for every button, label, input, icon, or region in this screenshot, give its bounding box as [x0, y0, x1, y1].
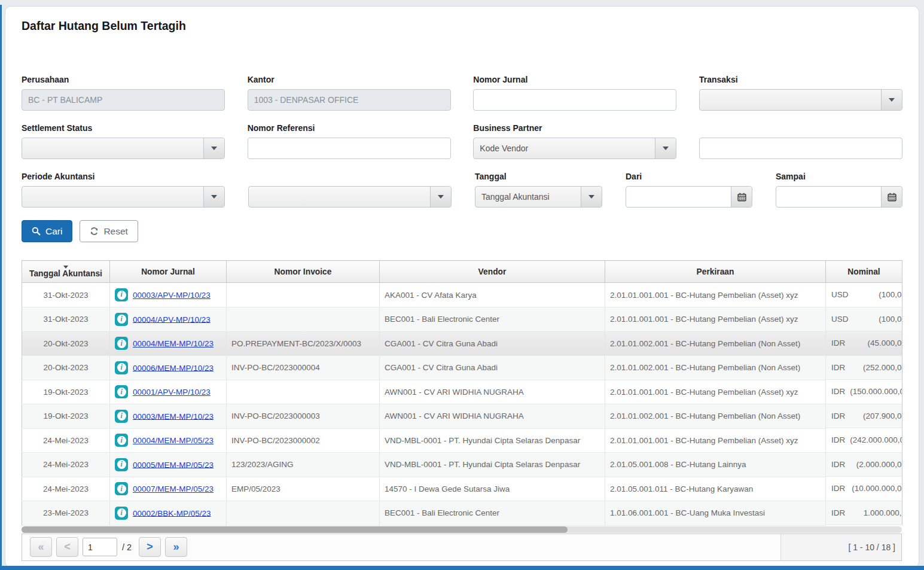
chevron-down-icon — [430, 187, 451, 207]
cell-nominal: IDR 1.000.000, — [826, 501, 902, 526]
nominal-amount: 1.000.000, — [864, 508, 902, 517]
periode-akuntansi-field: Periode Akuntansi — [22, 172, 225, 208]
cell-nominal: IDR (10.000.000,0 — [826, 477, 902, 501]
info-icon[interactable]: i — [115, 434, 128, 447]
business-partner-text-input[interactable] — [699, 138, 902, 159]
col-header-vendor[interactable]: Vendor — [380, 261, 605, 283]
cell-nomor-invoice: INV-PO-BC/2023000002 — [227, 428, 380, 453]
table-row: 20-Okt-2023 i 00004/MEM-MP/10/23 PO.PREP… — [22, 331, 902, 356]
periode-akuntansi-2-field — [248, 172, 452, 208]
journal-link[interactable]: 00004/APV-MP/10/23 — [133, 315, 211, 324]
page-number-input[interactable] — [83, 538, 117, 556]
action-buttons: Cari Reset — [22, 220, 902, 242]
cell-perkiraan: 2.01.01.002.001 - BC-Hutang Pembelian (N… — [605, 356, 826, 380]
next-page-button[interactable]: > — [139, 537, 161, 557]
cari-button[interactable]: Cari — [22, 220, 72, 242]
nomor-jurnal-input[interactable] — [473, 89, 676, 111]
cell-nominal: IDR (150.000.000,0 — [826, 380, 902, 404]
journal-link[interactable]: 00004/MEM-MP/05/23 — [133, 436, 214, 445]
perusahaan-field: Perusahaan — [22, 75, 225, 111]
table-footer: « < / 2 > » [ 1 - 10 / 18 ] — [22, 534, 902, 561]
cell-vendor: CGA001 - CV Citra Guna Abadi — [380, 331, 605, 356]
journal-link[interactable]: 00002/BBK-MP/05/23 — [133, 508, 211, 517]
cell-vendor: 14570 - I Dewa Gede Sutarsa Jiwa — [380, 477, 605, 501]
cell-tanggal-akuntansi: 31-Okt-2023 — [22, 283, 110, 307]
info-icon[interactable]: i — [115, 482, 128, 495]
cell-perkiraan: 2.01.01.002.001 - BC-Hutang Pembelian (N… — [605, 331, 826, 356]
journal-link[interactable]: 00003/MEM-MP/10/23 — [133, 412, 214, 420]
journal-link[interactable]: 00004/MEM-MP/10/23 — [133, 339, 214, 348]
table-row: 24-Mei-2023 i 00005/MEM-MP/05/23 123/202… — [22, 453, 902, 477]
bottom-frame-strip — [0, 566, 924, 570]
tanggal-select[interactable]: Tanggal Akuntansi — [475, 186, 602, 208]
nomor-referensi-label: Nomor Referensi — [248, 123, 451, 133]
cell-vendor: VND-MBL-0001 - PT. Hyundai Cipta Selaras… — [380, 428, 605, 453]
record-range-label: [ 1 - 10 / 18 ] — [780, 534, 901, 560]
journal-link[interactable]: 00006/MEM-MP/10/23 — [133, 363, 214, 372]
last-page-button[interactable]: » — [165, 537, 187, 557]
transaksi-select[interactable] — [699, 89, 902, 111]
cell-perkiraan: 1.01.06.001.001 - BC-Uang Muka Investasi — [605, 501, 826, 526]
table-row: 23-Mei-2023 i 00002/BBK-MP/05/23 BEC001 … — [22, 501, 902, 526]
info-icon[interactable]: i — [115, 385, 128, 398]
cell-tanggal-akuntansi: 24-Mei-2023 — [22, 453, 110, 477]
calendar-icon[interactable] — [881, 187, 902, 207]
col-header-tanggal-akuntansi[interactable]: Tanggal Akuntansi — [22, 261, 110, 283]
periode-akuntansi-select[interactable] — [22, 186, 225, 208]
journal-link[interactable]: 00001/APV-MP/10/23 — [133, 388, 211, 397]
settlement-status-select[interactable] — [22, 138, 225, 159]
col-header-nominal[interactable]: Nominal — [826, 261, 902, 283]
cell-perkiraan: 2.01.05.001.011 - BC-Hutang Karyawan — [605, 477, 826, 501]
currency-code: USD — [831, 290, 849, 299]
scrollbar-thumb[interactable] — [22, 526, 568, 533]
cell-tanggal-akuntansi: 19-Okt-2023 — [22, 380, 110, 404]
nomor-jurnal-label: Nomor Jurnal — [473, 75, 676, 85]
cell-nominal: USD (100,0 — [826, 283, 902, 307]
cell-nomor-invoice — [227, 380, 380, 404]
chevron-down-icon — [203, 187, 224, 207]
info-icon[interactable]: i — [115, 458, 128, 471]
cell-nomor-invoice: 123/2023/AGING — [227, 453, 380, 477]
chevron-down-icon — [881, 90, 902, 110]
info-icon[interactable]: i — [115, 507, 128, 520]
col-header-nomor-jurnal[interactable]: Nomor Jurnal — [110, 261, 227, 283]
info-icon[interactable]: i — [115, 337, 128, 350]
cell-perkiraan: 2.01.05.001.008 - BC-Hutang Lainnya — [605, 453, 826, 477]
page-card: Daftar Hutang Belum Tertagih Perusahaan … — [5, 6, 919, 568]
cell-tanggal-akuntansi: 20-Okt-2023 — [22, 356, 110, 380]
business-partner-select[interactable]: Kode Vendor — [473, 138, 676, 159]
tanggal-label: Tanggal — [475, 172, 602, 182]
dari-input[interactable] — [626, 187, 731, 207]
cell-perkiraan: 2.01.01.001.001 - BC-Hutang Pembelian (A… — [605, 283, 826, 307]
reset-button[interactable]: Reset — [80, 220, 138, 242]
dari-date-field — [626, 186, 752, 208]
cell-perkiraan: 2.01.01.001.001 - BC-Hutang Pembelian (A… — [605, 428, 826, 453]
currency-code: IDR — [831, 412, 845, 420]
nomor-referensi-input[interactable] — [248, 138, 451, 159]
info-icon[interactable]: i — [115, 361, 128, 374]
first-page-button[interactable]: « — [30, 537, 52, 557]
journal-link[interactable]: 00003/APV-MP/10/23 — [133, 291, 211, 300]
cell-nomor-invoice: PO.PREPAYMENT-BC/2023/X/0003 — [227, 331, 380, 356]
journal-link[interactable]: 00005/MEM-MP/05/23 — [133, 460, 214, 469]
col-header-nomor-invoice[interactable]: Nomor Invoice — [227, 261, 380, 283]
cell-nomor-jurnal: i 00004/APV-MP/10/23 — [110, 307, 227, 332]
calendar-icon[interactable] — [731, 187, 752, 207]
prev-page-button[interactable]: < — [56, 537, 78, 557]
periode-akuntansi-2-select[interactable] — [248, 186, 452, 208]
sampai-input[interactable] — [776, 187, 881, 207]
settlement-status-label: Settlement Status — [22, 123, 225, 133]
currency-code: IDR — [831, 460, 845, 469]
cell-nomor-invoice — [227, 307, 380, 332]
tanggal-select-value: Tanggal Akuntansi — [475, 192, 581, 202]
info-icon[interactable]: i — [115, 313, 128, 326]
cari-button-label: Cari — [45, 226, 62, 237]
cell-nomor-invoice: INV-PO-BC/2023000004 — [227, 356, 380, 380]
info-icon[interactable]: i — [115, 288, 128, 301]
hutang-table: Tanggal Akuntansi Nomor Jurnal Nomor Inv… — [22, 260, 902, 526]
col-header-perkiraan[interactable]: Perkiraan — [605, 261, 826, 283]
journal-link[interactable]: 00007/MEM-MP/05/23 — [133, 484, 214, 493]
info-icon[interactable]: i — [115, 410, 128, 423]
horizontal-scrollbar[interactable] — [22, 526, 902, 533]
kantor-input — [248, 89, 451, 111]
